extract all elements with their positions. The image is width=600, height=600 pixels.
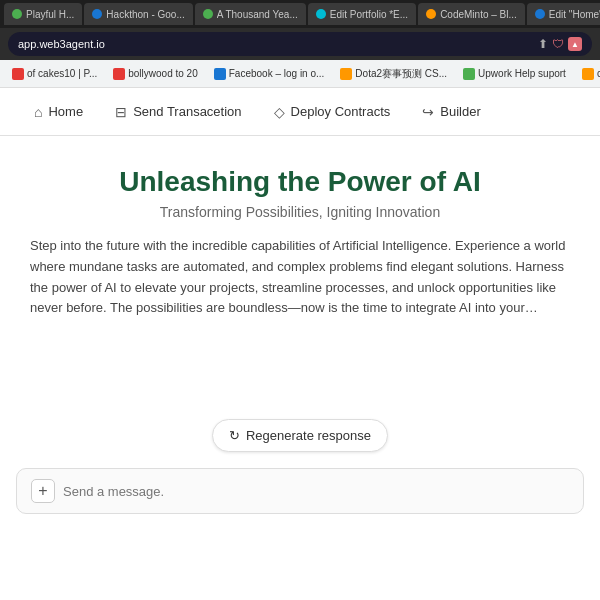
browser-chrome: Playful H... Hackthon - Goo... A Thousan… — [0, 0, 600, 88]
tab-bar: Playful H... Hackthon - Goo... A Thousan… — [0, 0, 600, 28]
deploy-icon: ◇ — [274, 104, 285, 120]
regenerate-label: Regenerate response — [246, 428, 371, 443]
bookmark-upwork[interactable]: Upwork Help suport — [457, 66, 572, 82]
hero-description: Step into the future with the incredible… — [30, 236, 570, 319]
tab-portfolio[interactable]: Edit Portfolio *E... — [308, 3, 416, 25]
tab-label: Playful H... — [26, 9, 74, 20]
shield-icon: 🛡 — [552, 37, 564, 51]
bookmark-label: Upwork Help suport — [478, 68, 566, 79]
address-bar[interactable]: app.web3agent.io ⬆ 🛡 ▲ — [8, 32, 592, 56]
bookmark-cpanel[interactable]: cPanel F... — [576, 66, 600, 82]
tab-label: CodeMinto – Bl... — [440, 9, 517, 20]
nav-label-send: Send Transacetion — [133, 104, 241, 119]
bookmark-favicon — [214, 68, 226, 80]
bookmark-dota2[interactable]: Dota2赛事预测 CS... — [334, 65, 453, 83]
bookmark-bollywood[interactable]: bollywood to 20 — [107, 66, 204, 82]
nav-item-deploy-contracts[interactable]: ◇ Deploy Contracts — [260, 96, 405, 128]
address-icons: ⬆ 🛡 ▲ — [538, 37, 582, 51]
plus-icon: + — [38, 482, 47, 500]
extension-icon[interactable]: ▲ — [568, 37, 582, 51]
tab-favicon — [203, 9, 213, 19]
tab-favicon — [316, 9, 326, 19]
tab-label: Edit "Home" wit... — [549, 9, 600, 20]
tab-label: Hackthon - Goo... — [106, 9, 184, 20]
spacer — [0, 359, 600, 419]
share-icon[interactable]: ⬆ — [538, 37, 548, 51]
tab-favicon — [426, 9, 436, 19]
bookmark-favicon — [113, 68, 125, 80]
hero-title: Unleashing the Power of AI — [20, 166, 580, 198]
nav-item-builder[interactable]: ↪ Builder — [408, 96, 494, 128]
regenerate-button[interactable]: ↻ Regenerate response — [212, 419, 388, 452]
tab-label: Edit Portfolio *E... — [330, 9, 408, 20]
bookmark-favicon — [463, 68, 475, 80]
tab-favicon — [92, 9, 102, 19]
tab-edit-home[interactable]: Edit "Home" wit... — [527, 3, 600, 25]
builder-icon: ↪ — [422, 104, 434, 120]
nav-label-home: Home — [48, 104, 83, 119]
hero-subtitle: Transforming Possibilities, Igniting Inn… — [20, 204, 580, 220]
chat-input-area: + — [0, 468, 600, 514]
chat-message-input[interactable] — [63, 484, 569, 499]
send-icon: ⊟ — [115, 104, 127, 120]
bookmark-label: of cakes10 | P... — [27, 68, 97, 79]
nav-item-home[interactable]: ⌂ Home — [20, 96, 97, 128]
regenerate-area: ↻ Regenerate response — [0, 419, 600, 452]
tab-playful[interactable]: Playful H... — [4, 3, 82, 25]
bookmark-favicon — [340, 68, 352, 80]
bookmark-facebook[interactable]: Facebook – log in o... — [208, 66, 331, 82]
address-text: app.web3agent.io — [18, 38, 105, 50]
tab-label: A Thousand Yea... — [217, 9, 298, 20]
bookmark-favicon — [12, 68, 24, 80]
tab-thousand[interactable]: A Thousand Yea... — [195, 3, 306, 25]
bookmark-label: Facebook – log in o... — [229, 68, 325, 79]
bookmark-favicon — [582, 68, 594, 80]
nav-label-builder: Builder — [440, 104, 480, 119]
bookmark-label: Dota2赛事预测 CS... — [355, 67, 447, 81]
nav-item-send-transaction[interactable]: ⊟ Send Transacetion — [101, 96, 255, 128]
regenerate-icon: ↻ — [229, 428, 240, 443]
tab-favicon — [12, 9, 22, 19]
nav-label-deploy: Deploy Contracts — [291, 104, 391, 119]
bookmark-label: bollywood to 20 — [128, 68, 198, 79]
address-bar-row: app.web3agent.io ⬆ 🛡 ▲ — [0, 28, 600, 60]
tab-hackthon[interactable]: Hackthon - Goo... — [84, 3, 192, 25]
home-icon: ⌂ — [34, 104, 42, 120]
chat-input-box: + — [16, 468, 584, 514]
tab-codeminto[interactable]: CodeMinto – Bl... — [418, 3, 525, 25]
chat-plus-button[interactable]: + — [31, 479, 55, 503]
bookmarks-bar: of cakes10 | P... bollywood to 20 Facebo… — [0, 60, 600, 88]
app-nav: ⌂ Home ⊟ Send Transacetion ◇ Deploy Cont… — [0, 88, 600, 136]
bookmark-cakes[interactable]: of cakes10 | P... — [6, 66, 103, 82]
tab-favicon — [535, 9, 545, 19]
main-content: Unleashing the Power of AI Transforming … — [0, 136, 600, 359]
